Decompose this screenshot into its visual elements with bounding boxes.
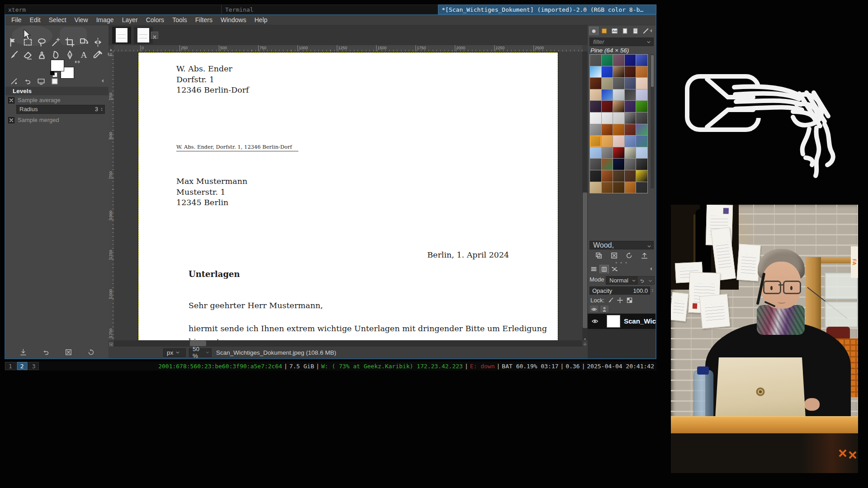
menu-select[interactable]: Select xyxy=(45,15,71,25)
eraser-tool-button[interactable] xyxy=(22,49,34,61)
pattern-swatch[interactable] xyxy=(625,124,636,136)
pattern-swatch[interactable] xyxy=(636,147,647,159)
pattern-swatch[interactable] xyxy=(590,124,601,136)
smudge-tool-button[interactable] xyxy=(50,49,62,61)
pattern-swatch[interactable] xyxy=(602,170,613,182)
layer-row[interactable]: Scan_Wic xyxy=(588,314,656,329)
pattern-swatch[interactable] xyxy=(602,55,613,66)
menu-windows[interactable]: Windows xyxy=(217,15,250,25)
delete-settings-icon[interactable] xyxy=(65,348,72,356)
tab-layers[interactable] xyxy=(589,265,599,273)
pattern-swatch[interactable] xyxy=(613,78,624,89)
pattern-swatch[interactable] xyxy=(602,89,613,101)
sample-average-checkbox[interactable] xyxy=(8,97,14,103)
pattern-swatch[interactable] xyxy=(636,66,647,78)
image-tab[interactable] xyxy=(134,27,153,44)
clone-tool-button[interactable] xyxy=(36,49,48,61)
pattern-swatch[interactable] xyxy=(625,147,636,159)
pattern-swatch[interactable] xyxy=(613,147,624,159)
unit-dropdown[interactable]: px xyxy=(163,348,186,357)
tab-fonts[interactable]: Aa xyxy=(610,27,619,35)
pattern-swatch[interactable] xyxy=(613,136,624,147)
workspace-1[interactable]: 1 xyxy=(5,362,16,370)
pattern-swatch[interactable] xyxy=(590,89,601,101)
pattern-swatch[interactable] xyxy=(590,113,601,124)
pattern-swatch[interactable] xyxy=(602,136,613,147)
pattern-swatch[interactable] xyxy=(590,136,601,147)
menu-file[interactable]: File xyxy=(7,15,26,25)
menu-help[interactable]: Help xyxy=(250,15,272,25)
workspace-3[interactable]: 3 xyxy=(28,362,39,370)
pattern-swatch[interactable] xyxy=(625,89,636,101)
pattern-swatch[interactable] xyxy=(636,55,647,66)
pattern-swatch[interactable] xyxy=(590,170,601,182)
pattern-swatch[interactable] xyxy=(590,182,601,193)
visibility-header-icon[interactable] xyxy=(590,305,599,313)
pattern-swatch[interactable] xyxy=(602,113,613,124)
close-image-icon[interactable] xyxy=(151,32,158,39)
pattern-swatch[interactable] xyxy=(613,66,624,78)
pattern-swatch[interactable] xyxy=(625,55,636,66)
pattern-swatch[interactable] xyxy=(602,159,613,170)
menu-image[interactable]: Image xyxy=(92,15,118,25)
tab-document-history[interactable] xyxy=(620,27,630,35)
pattern-swatch[interactable] xyxy=(602,66,613,78)
pattern-swatch[interactable] xyxy=(625,136,636,147)
pattern-swatch[interactable] xyxy=(625,113,636,124)
collapse-dock-icon[interactable] xyxy=(648,28,654,34)
display-option-icon[interactable] xyxy=(35,77,47,86)
pattern-swatch[interactable] xyxy=(636,159,647,170)
dock-resize-handle[interactable]: • • • xyxy=(588,261,656,264)
pattern-swatch[interactable] xyxy=(636,124,647,136)
refresh-icon[interactable] xyxy=(625,252,633,259)
foreground-color-swatch[interactable] xyxy=(51,60,64,71)
pattern-swatch[interactable] xyxy=(625,78,636,89)
pattern-filter-input[interactable]: filter xyxy=(590,38,654,46)
undo-option-icon[interactable] xyxy=(22,77,33,86)
link-header-icon[interactable] xyxy=(600,305,609,313)
crop-tool-button[interactable] xyxy=(64,36,76,48)
collapse-dock-icon[interactable] xyxy=(648,266,654,272)
tab-channels[interactable] xyxy=(599,265,609,273)
quick-mask-toggle-icon[interactable] xyxy=(108,340,114,347)
pattern-scroll-thumb[interactable] xyxy=(651,55,654,87)
pattern-swatch[interactable] xyxy=(613,170,624,182)
pattern-swatch[interactable] xyxy=(636,78,647,89)
pattern-swatch[interactable] xyxy=(613,159,624,170)
menu-colors[interactable]: Colors xyxy=(142,15,168,25)
menu-layer[interactable]: Layer xyxy=(118,15,142,25)
menu-edit[interactable]: Edit xyxy=(26,15,45,25)
pattern-swatch[interactable] xyxy=(590,55,601,66)
opacity-slider[interactable]: Opacity 100.0 xyxy=(590,286,650,295)
image-tab-active[interactable] xyxy=(112,27,131,44)
window-title-3[interactable]: *[Scan_Wichtiges_Dokument] (imported)-2.… xyxy=(438,5,656,14)
white-swatch-icon[interactable] xyxy=(49,77,61,86)
radius-input[interactable]: Radius 3 xyxy=(16,105,105,114)
pattern-swatch[interactable] xyxy=(625,170,636,182)
vertical-scrollbar[interactable] xyxy=(582,52,588,340)
layer-mode-dropdown[interactable]: Normal xyxy=(606,276,638,285)
flip-tool-button[interactable] xyxy=(92,36,104,48)
chevron-down-icon[interactable] xyxy=(648,278,653,283)
pattern-swatch[interactable] xyxy=(613,89,624,101)
tab-brushes[interactable] xyxy=(589,27,599,35)
menu-view[interactable]: View xyxy=(71,15,92,25)
canvas-menu-icon[interactable] xyxy=(108,45,114,52)
workspace-2[interactable]: 2 xyxy=(17,362,28,370)
lock-position-icon[interactable] xyxy=(617,297,623,304)
navigation-icon[interactable] xyxy=(582,340,588,347)
pattern-swatch[interactable] xyxy=(602,101,613,112)
pattern-swatch[interactable] xyxy=(590,101,601,112)
sample-merged-checkbox[interactable] xyxy=(8,117,14,123)
pattern-swatch[interactable] xyxy=(636,113,647,124)
fuzzy-select-tool-button[interactable] xyxy=(50,36,62,48)
opacity-spinner[interactable] xyxy=(651,287,655,294)
lock-pixels-icon[interactable] xyxy=(607,297,614,304)
brush-list-dropdown[interactable]: Wood, xyxy=(590,241,654,249)
align-tool-button[interactable] xyxy=(8,36,20,48)
pattern-swatch[interactable] xyxy=(625,182,636,193)
pointer-option-icon[interactable] xyxy=(8,77,20,86)
pattern-swatch[interactable] xyxy=(613,101,624,112)
transform-tool-button[interactable] xyxy=(78,36,90,48)
pattern-swatch[interactable] xyxy=(613,55,624,66)
